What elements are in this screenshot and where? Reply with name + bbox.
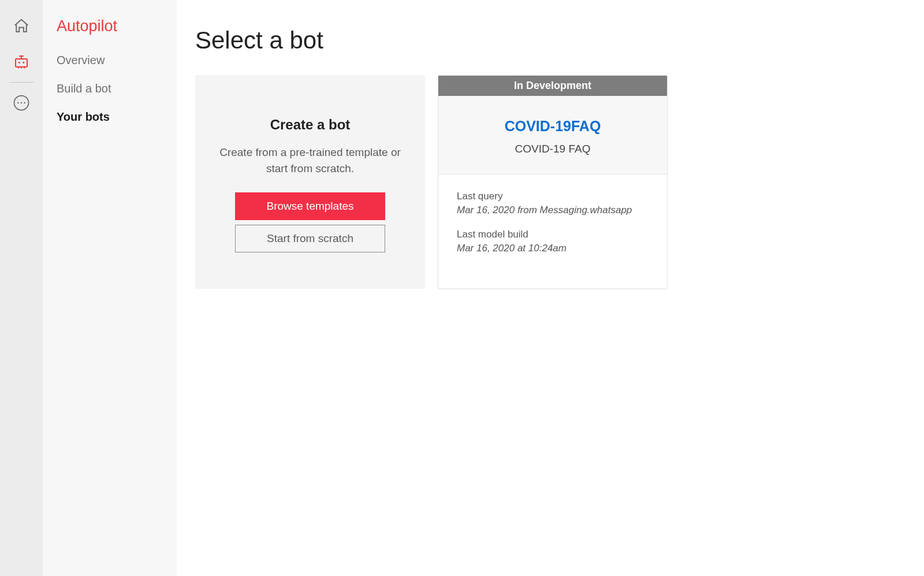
bot-status-badge: In Development [438, 76, 667, 96]
svg-point-2 [23, 62, 24, 64]
home-icon [13, 17, 30, 35]
rail-item-more[interactable] [0, 85, 43, 121]
svg-point-4 [17, 102, 19, 104]
last-query-value: Mar 16, 2020 from Messaging.whatsapp [457, 205, 649, 216]
page-title: Select a bot [195, 27, 906, 54]
bot-card-body: Last query Mar 16, 2020 from Messaging.w… [438, 174, 667, 288]
last-build-label: Last model build [457, 229, 649, 240]
sidebar-item-your-bots[interactable]: Your bots [57, 110, 163, 124]
svg-point-5 [21, 102, 23, 104]
svg-point-6 [24, 102, 25, 104]
create-card-subtitle: Create from a pre-trained template or st… [215, 144, 405, 176]
create-card-title: Create a bot [270, 117, 351, 133]
icon-rail [0, 0, 43, 576]
robot-icon [13, 53, 30, 70]
bot-description: COVID-19 FAQ [444, 143, 661, 155]
browse-templates-button[interactable]: Browse templates [235, 192, 385, 220]
sidebar-section-title: Autopilot [57, 17, 163, 35]
svg-rect-0 [16, 59, 27, 67]
sidebar-item-overview[interactable]: Overview [57, 54, 163, 67]
rail-divider [9, 82, 33, 83]
side-nav: Autopilot Overview Build a bot Your bots [43, 0, 177, 576]
rail-item-autopilot[interactable] [0, 44, 43, 80]
cards-row: Create a bot Create from a pre-trained t… [195, 75, 906, 289]
bot-card-header: COVID-19FAQ COVID-19 FAQ [438, 96, 667, 174]
more-icon [13, 94, 30, 112]
create-bot-card: Create a bot Create from a pre-trained t… [195, 75, 425, 289]
start-from-scratch-button[interactable]: Start from scratch [235, 225, 385, 252]
bot-card: In Development COVID-19FAQ COVID-19 FAQ … [438, 75, 668, 289]
rail-item-home[interactable] [0, 8, 43, 44]
last-build-value: Mar 16, 2020 at 10:24am [457, 243, 649, 254]
bot-name-link[interactable]: COVID-19FAQ [444, 118, 661, 135]
last-query-label: Last query [457, 191, 649, 202]
svg-point-1 [18, 62, 20, 64]
sidebar-item-build-a-bot[interactable]: Build a bot [57, 82, 163, 95]
main-content: Select a bot Create a bot Create from a … [177, 0, 924, 576]
